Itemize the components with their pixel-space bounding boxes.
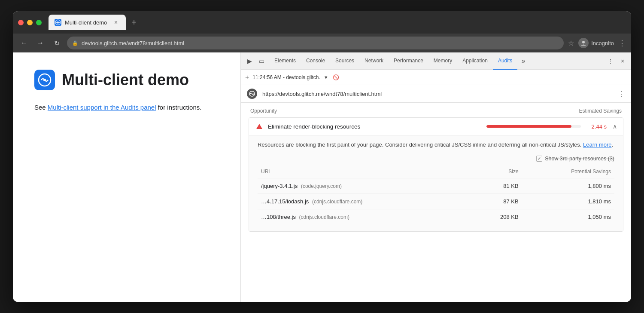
svg-text:!: ! [258, 126, 259, 129]
tab-console[interactable]: Console [301, 52, 330, 70]
browser-tab[interactable]: Multi-client demo × [49, 15, 126, 30]
size-column-header: Size [472, 167, 522, 178]
url-options-button[interactable]: ⋮ [618, 90, 625, 98]
resource-size-cell: 87 KB [472, 193, 522, 209]
audit-column-headers: Opportunity Estimated Savings [249, 108, 623, 114]
resource-savings-cell: 1,810 ms [522, 193, 614, 209]
show-3rd-party-row: ✓ Show 3rd-party resources (3) [258, 156, 614, 162]
table-row: /jquery-3.4.1.js (code.jquery.com) 81 KB… [258, 178, 614, 193]
address-bar: ← → ↻ 🔒 devtools.glitch.me/wndt78/multic… [13, 34, 631, 52]
tab-performance[interactable]: Performance [389, 52, 428, 70]
resource-filename: …108/three.js [261, 214, 296, 220]
resource-url-cell: …108/three.js (cdnjs.cloudflare.com) [258, 209, 472, 224]
savings-value: 2.44 s [585, 123, 607, 130]
add-audit-button[interactable]: + [245, 74, 249, 81]
third-party-label: Show 3rd-party resources (3) [545, 156, 614, 162]
device-toolbar-icon[interactable]: ▭ [255, 55, 267, 67]
refresh-button[interactable]: ↻ [51, 37, 63, 49]
back-button[interactable]: ← [18, 37, 30, 49]
audit-timestamp: 11:24:56 AM - devtools.glitch. [252, 74, 320, 80]
opportunity-title: Eliminate render-blocking resources [268, 123, 482, 130]
dropdown-arrow-icon[interactable]: ▼ [324, 75, 328, 80]
url-text: devtools.glitch.me/wndt78/multiclient.ht… [82, 40, 184, 46]
devtools-body: Opportunity Estimated Savings ! Eliminat… [241, 103, 631, 302]
browser-menu-button[interactable]: ⋮ [618, 38, 626, 48]
devtools-close-button[interactable]: × [617, 55, 629, 67]
third-party-checkbox[interactable]: ✓ [536, 156, 542, 162]
forward-button[interactable]: → [34, 37, 46, 49]
svg-point-1 [582, 41, 585, 43]
resource-savings-cell: 1,800 ms [522, 178, 614, 193]
audits-panel-link[interactable]: Multi-client support in the Audits panel [48, 104, 156, 111]
clear-button[interactable]: 🚫 [332, 73, 340, 82]
opportunity-details: Resources are blocking the first paint o… [249, 135, 623, 231]
tab-audits[interactable]: Audits [493, 52, 517, 70]
page-logo-title: Multi-client demo [34, 70, 219, 90]
url-column-header: URL [258, 167, 472, 178]
savings-column-header: Potential Savings [522, 167, 614, 178]
browser-window: Multi-client demo × + ← → ↻ 🔒 devtools.g… [13, 11, 631, 302]
url-input[interactable]: 🔒 devtools.glitch.me/wndt78/multiclient.… [67, 37, 564, 49]
star-button[interactable]: ☆ [568, 39, 574, 47]
resource-size-cell: 208 KB [472, 209, 522, 224]
resource-url-cell: /jquery-3.4.1.js (code.jquery.com) [258, 178, 472, 193]
tab-sources[interactable]: Sources [330, 52, 359, 70]
tab-close-button[interactable]: × [112, 18, 120, 26]
page-logo [34, 70, 55, 90]
opportunity-header: Opportunity [250, 108, 277, 114]
resource-size-cell: 81 KB [472, 178, 522, 193]
devtools-toolbar: + 11:24:56 AM - devtools.glitch. ▼ 🚫 [241, 70, 631, 85]
resources-table: URL Size Potential Savings /jquery-3.4.1… [258, 167, 614, 224]
opportunity-header-row[interactable]: ! Eliminate render-blocking resources 2.… [249, 118, 623, 135]
audited-url: https://devtools.glitch.me/wndt78/multic… [262, 91, 613, 97]
page-description: See Multi-client support in the Audits p… [34, 102, 219, 113]
tab-memory[interactable]: Memory [428, 52, 457, 70]
minimize-button[interactable] [27, 20, 33, 25]
tab-bar: Multi-client demo × + [49, 11, 626, 34]
devtools-url-row: https://devtools.glitch.me/wndt78/multic… [241, 85, 631, 103]
element-picker-icon[interactable]: ▶ [243, 55, 255, 67]
resource-domain: (cdnjs.cloudflare.com) [299, 214, 349, 220]
incognito-label: Incognito [591, 40, 614, 46]
resource-domain: (cdnjs.cloudflare.com) [312, 199, 362, 205]
resource-domain: (code.jquery.com) [301, 183, 342, 189]
warning-icon: ! [255, 122, 264, 131]
devtools-tab-bar: ▶ ▭ Elements Console Sources Network Per… [241, 52, 631, 70]
estimated-savings-header: Estimated Savings [579, 108, 622, 114]
close-button[interactable] [18, 20, 24, 25]
opportunity-row: ! Eliminate render-blocking resources 2.… [249, 117, 623, 232]
new-tab-button[interactable]: + [128, 16, 140, 29]
page-title: Multi-client demo [62, 71, 189, 89]
description-after-link: for instructions. [156, 104, 202, 111]
savings-bar [486, 125, 581, 128]
description-before-link: See [34, 104, 48, 111]
page-content: Multi-client demo See Multi-client suppo… [13, 52, 240, 302]
table-row: …108/three.js (cdnjs.cloudflare.com) 208… [258, 209, 614, 224]
savings-bar-fill [486, 125, 571, 128]
devtools-panel: ▶ ▭ Elements Console Sources Network Per… [240, 52, 631, 302]
main-content: Multi-client demo See Multi-client suppo… [13, 52, 631, 302]
resource-filename: /jquery-3.4.1.js [261, 183, 298, 189]
incognito-badge: Incognito [578, 38, 614, 48]
svg-point-3 [43, 79, 46, 81]
site-icon [247, 89, 257, 99]
resource-filename: …4.17.15/lodash.js [261, 198, 309, 205]
devtools-more-button[interactable]: ⋮ [605, 55, 617, 67]
resource-savings-cell: 1,050 ms [522, 209, 614, 224]
tab-network[interactable]: Network [359, 52, 389, 70]
address-right-controls: ☆ Incognito ⋮ [568, 38, 626, 48]
expand-chevron-icon[interactable]: ∧ [613, 123, 617, 130]
learn-more-link[interactable]: Learn more [583, 141, 611, 148]
lock-icon: 🔒 [72, 40, 78, 46]
devtools-icon-buttons: ▶ ▭ [243, 55, 267, 67]
title-bar: Multi-client demo × + [13, 11, 631, 34]
maximize-button[interactable] [36, 20, 42, 25]
tab-title: Multi-client demo [65, 19, 107, 26]
opportunity-description: Resources are blocking the first paint o… [258, 141, 614, 150]
more-tabs-button[interactable]: » [517, 55, 529, 67]
tab-favicon [55, 19, 61, 26]
tab-application[interactable]: Application [457, 52, 493, 70]
tab-elements[interactable]: Elements [269, 52, 301, 70]
incognito-icon [578, 38, 589, 48]
traffic-lights [18, 20, 42, 25]
